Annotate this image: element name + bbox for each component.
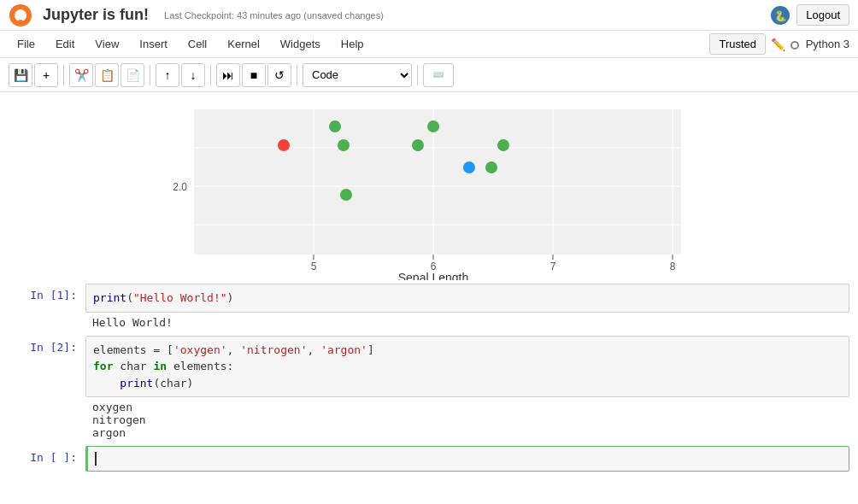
toolbar-separator-1 [63,65,64,85]
menu-insert[interactable]: Insert [131,34,176,54]
copy-cell-button[interactable]: 📋 [95,63,119,87]
topbar: Jupyter is fun! Last Checkpoint: 43 minu… [0,0,858,31]
cursor [95,452,103,466]
svg-text:Sepal.Length: Sepal.Length [398,271,469,280]
cell-2-input[interactable]: elements = ['oxygen', 'nitrogen', 'argon… [85,336,849,398]
cell-1-input[interactable]: print("Hello World!") [85,284,849,313]
move-up-button[interactable]: ↑ [156,63,179,87]
dot-1 [329,120,341,132]
kernel-circle-icon [790,41,799,50]
save-button[interactable]: 💾 [9,63,32,87]
cell-type-select[interactable]: Code Markdown Raw NBConvert Heading [303,63,412,87]
interrupt-button[interactable]: ■ [242,63,266,87]
cell-1-content: print("Hello World!") Hello World! [85,284,849,332]
dot-6 [497,139,509,151]
cell-3-input[interactable] [85,446,849,472]
move-down-button[interactable]: ↓ [181,63,205,87]
jupyter-logo-icon [9,3,32,27]
edit-icon[interactable]: ✏️ [771,38,785,51]
code-function: print [93,291,126,304]
toolbar-separator-2 [150,65,150,85]
keyboard-shortcut-button[interactable]: ⌨️ [423,63,454,87]
notebook-title: Jupyter is fun! [43,6,149,24]
dot-7 [463,161,475,173]
menu-edit[interactable]: Edit [47,34,83,54]
code-paren-close: ) [227,291,234,304]
trusted-button[interactable]: Trusted [709,33,766,55]
svg-text:8: 8 [670,261,676,273]
paste-cell-button[interactable]: 📄 [120,63,144,87]
code-line-3: print(char) [93,375,842,392]
dot-9 [340,189,352,201]
toolbar-separator-5 [417,65,418,85]
dot-3 [278,139,290,151]
menu-widgets[interactable]: Widgets [272,34,329,54]
topbar-right: 🐍 Logout [771,4,849,26]
code-paren: ( [126,291,133,304]
toolbar: 💾 + ✂️ 📋 📄 ↑ ↓ ⏭ ■ ↺ Code Markdown Raw N… [0,58,858,92]
right-toolbar: Trusted ✏️ Python 3 [709,33,849,55]
dot-8 [485,161,497,173]
cell-2-content: elements = ['oxygen', 'nitrogen', 'argon… [85,336,849,443]
cell-3-prompt: In [ ]: [9,446,85,472]
kernel-indicator: Python 3 [790,38,849,50]
dot-2 [427,120,439,132]
menu-file[interactable]: File [9,34,44,54]
notebook: 2.0 5 6 7 8 Sepal.Length [0,92,858,502]
run-next-button[interactable]: ⏭ [216,63,240,87]
cell-1-output: Hello World! [85,313,849,332]
toolbar-separator-4 [297,65,297,85]
cell-3-content [85,446,849,472]
cell-2-output: oxygen nitrogen argon [85,397,849,442]
dot-4 [338,139,350,151]
svg-text:7: 7 [550,261,556,273]
svg-text:2.0: 2.0 [173,181,187,193]
svg-point-2 [13,6,18,11]
plot-area: 2.0 5 6 7 8 Sepal.Length [0,92,858,280]
cut-cell-button[interactable]: ✂️ [69,63,93,87]
output-line-1: oxygen [92,401,843,413]
code-line-2: for char in elements: [93,358,842,375]
menu-kernel[interactable]: Kernel [219,34,268,54]
svg-text:5: 5 [311,261,317,273]
checkpoint-info: Last Checkpoint: 43 minutes ago (unsaved… [164,10,384,21]
code-line-1: elements = ['oxygen', 'nitrogen', 'argon… [93,342,842,359]
menubar: File Edit View Insert Cell Kernel Widget… [0,31,858,58]
cell-2: In [2]: elements = ['oxygen', 'nitrogen'… [9,336,849,443]
cell-1-prompt: In [1]: [9,284,85,332]
output-line-3: argon [92,426,843,439]
dot-5 [412,139,424,151]
logout-button[interactable]: Logout [796,4,849,26]
scatter-plot: 2.0 5 6 7 8 Sepal.Length [151,101,707,280]
svg-rect-7 [194,109,681,255]
output-line-2: nitrogen [92,413,843,426]
menu-cell[interactable]: Cell [179,34,215,54]
toolbar-separator-3 [210,65,211,85]
code-string: "Hello World!" [133,291,227,304]
cell-3: In [ ]: [9,446,849,472]
menu-help[interactable]: Help [332,34,373,54]
plot-svg-container: 2.0 5 6 7 8 Sepal.Length [43,101,815,280]
python-logo-icon: 🐍 [771,6,790,25]
kernel-name: Python 3 [806,38,849,50]
topbar-left: Jupyter is fun! Last Checkpoint: 43 minu… [9,3,384,27]
svg-text:🐍: 🐍 [774,9,787,22]
cell-2-prompt: In [2]: [9,336,85,443]
restart-button[interactable]: ↺ [267,63,291,87]
svg-point-4 [18,20,23,25]
jupyter-logo [9,3,32,27]
insert-cell-button[interactable]: + [34,63,58,87]
svg-point-1 [15,9,26,21]
cell-1: In [1]: print("Hello World!") Hello Worl… [9,284,849,332]
menu-view[interactable]: View [86,34,127,54]
svg-point-3 [23,6,28,11]
